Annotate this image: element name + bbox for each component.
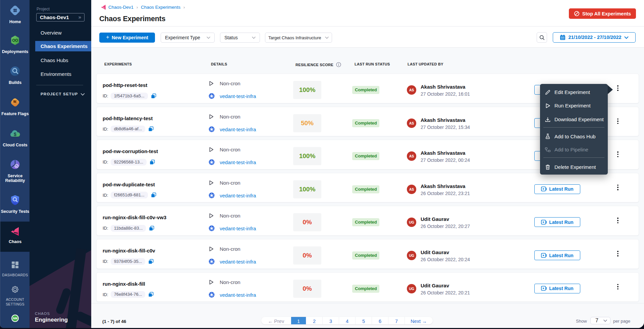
svg-text:$: $ [14, 132, 16, 137]
